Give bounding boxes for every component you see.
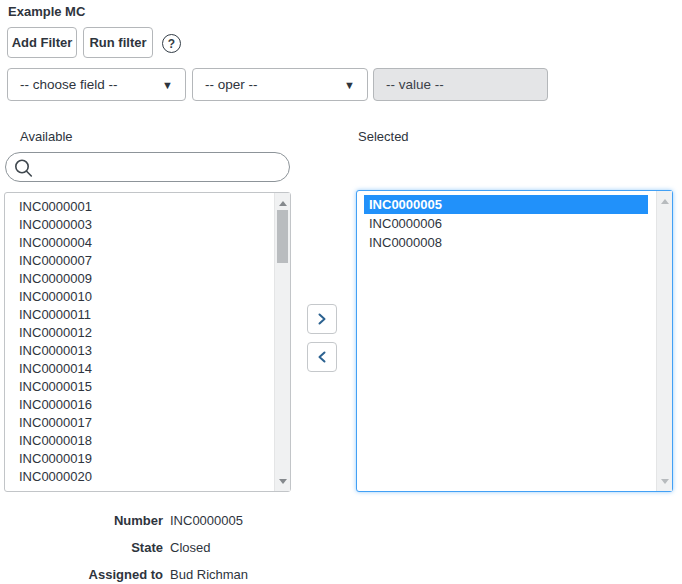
chevron-down-icon: ▼	[162, 79, 173, 91]
detail-label: Assigned to	[0, 567, 163, 582]
list-item[interactable]: INC0000004	[5, 234, 274, 252]
detail-label: State	[0, 540, 163, 555]
detail-value: Closed	[170, 540, 210, 555]
detail-value: Bud Richman	[170, 567, 248, 582]
list-item[interactable]: INC0000019	[5, 450, 274, 468]
scrollbar[interactable]	[274, 193, 290, 491]
scrollbar-thumb[interactable]	[277, 210, 288, 263]
selected-label: Selected	[358, 129, 409, 144]
chevron-right-icon	[316, 313, 328, 325]
field-dropdown[interactable]: -- choose field -- ▼	[7, 68, 186, 101]
record-details: Number INC0000005 State Closed Assigned …	[0, 507, 420, 584]
list-item-selected[interactable]: INC0000005	[364, 195, 648, 214]
page-title: Example MC	[8, 4, 85, 19]
available-label: Available	[20, 129, 73, 144]
oper-dropdown-value: -- oper --	[205, 77, 258, 92]
selected-list[interactable]: INC0000005 INC0000006 INC0000008	[356, 190, 673, 492]
move-right-button[interactable]	[307, 304, 337, 334]
oper-dropdown[interactable]: -- oper -- ▼	[192, 68, 368, 101]
example-mc-widget: Example MC Add Filter Run filter ? -- ch…	[0, 0, 682, 584]
list-item[interactable]: INC0000016	[5, 396, 274, 414]
chevron-left-icon	[316, 351, 328, 363]
add-filter-button[interactable]: Add Filter	[7, 27, 77, 58]
scrollbar	[656, 191, 672, 491]
list-item[interactable]: INC0000003	[5, 216, 274, 234]
list-item[interactable]: INC0000020	[5, 468, 274, 486]
value-input	[373, 68, 548, 101]
list-item[interactable]: INC0000007	[5, 252, 274, 270]
list-item[interactable]: INC0000011	[5, 306, 274, 324]
selected-items: INC0000005 INC0000006 INC0000008	[357, 195, 656, 252]
detail-label: Number	[0, 513, 163, 528]
list-item[interactable]: INC0000014	[5, 360, 274, 378]
scroll-down-icon	[657, 473, 672, 489]
list-item[interactable]: INC0000013	[5, 342, 274, 360]
scroll-down-icon[interactable]	[275, 473, 290, 489]
field-dropdown-value: -- choose field --	[20, 77, 118, 92]
list-item[interactable]: INC0000001	[5, 198, 274, 216]
move-left-button[interactable]	[307, 342, 337, 372]
list-item[interactable]: INC0000006	[364, 214, 648, 233]
detail-row: Number INC0000005	[0, 507, 420, 534]
list-item[interactable]: INC0000009	[5, 270, 274, 288]
detail-row: State Closed	[0, 534, 420, 561]
list-item[interactable]: INC0000012	[5, 324, 274, 342]
scroll-up-icon[interactable]	[275, 195, 290, 211]
chevron-down-icon: ▼	[344, 79, 355, 91]
list-item[interactable]: INC0000015	[5, 378, 274, 396]
list-item[interactable]: INC0000018	[5, 432, 274, 450]
list-item[interactable]: INC0000017	[5, 414, 274, 432]
run-filter-button[interactable]: Run filter	[83, 27, 153, 58]
available-list[interactable]: INC0000001 INC0000003 INC0000004 INC0000…	[4, 192, 291, 492]
list-item[interactable]: INC0000010	[5, 288, 274, 306]
detail-value: INC0000005	[170, 513, 243, 528]
available-items: INC0000001 INC0000003 INC0000004 INC0000…	[5, 198, 274, 486]
list-item[interactable]: INC0000008	[364, 233, 648, 252]
search-input[interactable]	[5, 152, 290, 182]
detail-row: Assigned to Bud Richman	[0, 561, 420, 584]
help-icon[interactable]: ?	[162, 34, 181, 53]
scroll-up-icon	[657, 193, 672, 209]
